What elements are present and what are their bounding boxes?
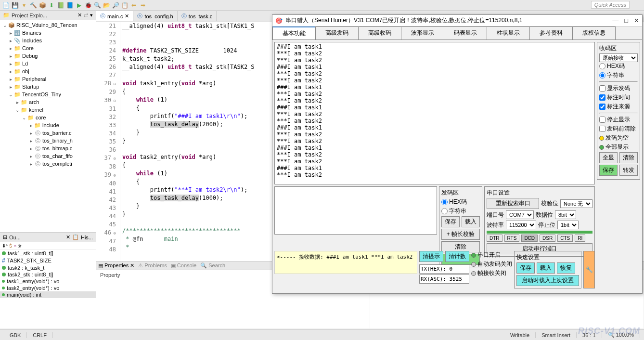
outline-item[interactable]: task2_stk : uint8_t[] [0, 271, 96, 278]
quick-access[interactable]: Quick Access [591, 1, 630, 9]
parity-select[interactable]: None 无 [560, 199, 592, 208]
tree-item[interactable]: ▸ⓒtos_bitmap.c [1, 144, 95, 152]
serial-tab[interactable]: 波形显示 [401, 26, 444, 39]
clear-button[interactable]: 清除 [619, 152, 638, 163]
outline-tab[interactable]: Ou... [9, 235, 64, 240]
tree-item[interactable]: ▸ⓒtos_barrier.c [1, 129, 95, 137]
toolbar-icon[interactable]: ⬅ [130, 1, 138, 9]
signal-button[interactable]: CTS [557, 235, 573, 242]
outline-item[interactable]: main(void) : int [0, 291, 96, 298]
signal-button[interactable]: DSR [540, 235, 555, 242]
serial-tab[interactable]: 柱状显示 [487, 26, 530, 39]
signal-button[interactable]: RI [575, 235, 585, 242]
tree-item[interactable]: ▸ⓒtos_char_fifo [1, 152, 95, 160]
toolbar-icon[interactable]: ▾ [20, 1, 28, 9]
serial-titlebar[interactable]: 🎯 串口猎人（Serial Hunter）V31 COM7已经开启！波特率,校验… [272, 15, 642, 26]
serial-tab[interactable]: 码表显示 [444, 26, 487, 39]
rescan-button[interactable]: 重新搜索串口 [487, 198, 539, 209]
sort-icon[interactable]: ⬇ᵃ [2, 243, 8, 248]
minimize-icon[interactable]: — [612, 17, 618, 24]
tree-item[interactable]: ⌄📁core [1, 114, 95, 121]
tx-load-button[interactable]: 载入 [462, 216, 480, 227]
rx-mode-select[interactable]: 原始接收 [599, 53, 638, 62]
toolbar-icon[interactable]: 📂 [103, 1, 110, 9]
q-save-button[interactable]: 保存 [516, 262, 535, 274]
editor-tab-config[interactable]: ⓗ tos_config.h [133, 11, 177, 21]
q-load-button[interactable]: 载入 [537, 262, 555, 274]
hex-radio[interactable] [441, 199, 448, 205]
tree-item[interactable]: ▸📁Ld [1, 60, 95, 67]
menu-icon[interactable]: ▾ [90, 12, 93, 18]
toolbar-icon[interactable]: ⬇ [48, 1, 55, 9]
console-tab[interactable]: ▣ Console [171, 262, 196, 269]
toolbar-icon[interactable]: 📋 [121, 1, 129, 9]
clear-hint-button[interactable]: 清提示 [419, 251, 443, 262]
toolbar-icon[interactable]: 🔍 [93, 1, 101, 9]
problems-tab[interactable]: ⚠ Problems [138, 262, 167, 269]
editor-tab-task[interactable]: ⓒ tos_task.c [178, 11, 217, 21]
properties-tab[interactable]: ▤ Properties ✕ [98, 262, 134, 269]
q-restore-button[interactable]: 恢复 [557, 262, 575, 274]
stop-disp-check[interactable] [599, 117, 605, 123]
tree-item[interactable]: ▸📁include [1, 121, 95, 129]
mark-src-check[interactable] [599, 104, 605, 110]
serial-tab[interactable]: 参考资料 [529, 26, 573, 39]
chevron-down-icon[interactable]: ⌄ [2, 23, 8, 28]
toolbar-icon[interactable]: 💾 [11, 1, 19, 9]
outline-item[interactable]: task1_entry(void*) : vo [0, 278, 96, 285]
tx-save-button[interactable]: 保存 [441, 216, 460, 227]
project-tree[interactable]: ⌄ 📦 RISC_Vduino_80_Tencen ▸🔢Binaries▸📎In… [0, 20, 96, 232]
tree-item[interactable]: ▸📁Peripheral [1, 75, 95, 83]
outline-item[interactable]: #TASK2_STK_SIZE [0, 257, 96, 264]
tree-item[interactable]: ▸ⓒtos_completi [1, 160, 95, 168]
close-icon[interactable]: ✕ [125, 13, 129, 19]
rx-str-radio[interactable] [599, 72, 605, 78]
filter-icon[interactable]: ※ [18, 243, 22, 248]
clear-before-check[interactable] [599, 126, 605, 132]
signal-button[interactable]: DTR [487, 235, 502, 242]
status-lineend[interactable]: CRLF [27, 332, 53, 338]
tx-textarea[interactable] [274, 186, 437, 235]
tree-item[interactable]: ▸📁obj [1, 67, 95, 75]
editor-tab-main[interactable]: ⓒ main.c ✕ [96, 11, 133, 21]
tree-root[interactable]: ⌄ 📦 RISC_Vduino_80_Tencen [1, 21, 95, 29]
frame-check-button[interactable]: + 帧长校验 [441, 229, 480, 240]
signal-button[interactable]: RTS [504, 235, 520, 242]
history-tab[interactable]: His... [81, 235, 93, 240]
tree-item[interactable]: ▸📎Includes [1, 37, 95, 44]
toolbar-icon[interactable]: 🐞 [84, 1, 92, 9]
maximize-icon[interactable]: □ [624, 17, 628, 24]
tree-item[interactable]: ▸📁arch [1, 98, 95, 106]
save-button[interactable]: 保存 [599, 165, 618, 176]
toolbar-icon[interactable]: 🔎 [112, 1, 119, 9]
search-tab[interactable]: 🔍 Search [200, 262, 225, 269]
status-encoding[interactable]: GBK [4, 332, 27, 338]
toolbar-icon[interactable]: ➡ [139, 1, 147, 9]
rx-hex-radio[interactable] [599, 63, 605, 69]
close-icon[interactable]: ✕ [634, 17, 639, 24]
signal-button[interactable]: DCD [521, 235, 538, 242]
filter-icon[interactable]: ○ [13, 243, 16, 248]
link-icon[interactable]: ⇄ [84, 12, 88, 18]
tree-item[interactable]: ⌄📁kernel [1, 106, 95, 114]
all-button[interactable]: 全显 [599, 152, 618, 163]
tree-item[interactable]: ⌄📁TencentOS_Tiny [1, 91, 95, 98]
toolbar-icon[interactable]: 📗 [57, 1, 64, 9]
baud-select[interactable]: 115200 [506, 221, 536, 229]
serial-tab[interactable]: 基本功能 [272, 26, 316, 39]
serial-tab[interactable]: 高级收码 [358, 26, 401, 39]
toolbar-icon[interactable]: ▶ [75, 1, 83, 9]
fwd-button[interactable]: 转发 [619, 165, 638, 176]
toolbar-icon[interactable]: 📦 [39, 1, 46, 9]
show-tx-check[interactable] [599, 85, 605, 92]
serial-tab[interactable]: 版权信息 [572, 26, 616, 39]
clear-count-button[interactable]: 清计数 [445, 251, 469, 262]
outline-item[interactable]: task2 : k_task_t [0, 264, 96, 271]
rx-textarea[interactable]: ###I am task1***I am task2***I am task2#… [274, 42, 595, 184]
close-icon[interactable]: ✕ [77, 12, 82, 18]
toolbar-icon[interactable]: 📘 [66, 1, 74, 9]
str-radio[interactable] [441, 208, 448, 214]
close-icon[interactable]: ✕ [66, 234, 70, 240]
filter-icon[interactable]: Ṡ [9, 243, 12, 248]
tree-item[interactable]: ▸🔢Binaries [1, 29, 95, 37]
